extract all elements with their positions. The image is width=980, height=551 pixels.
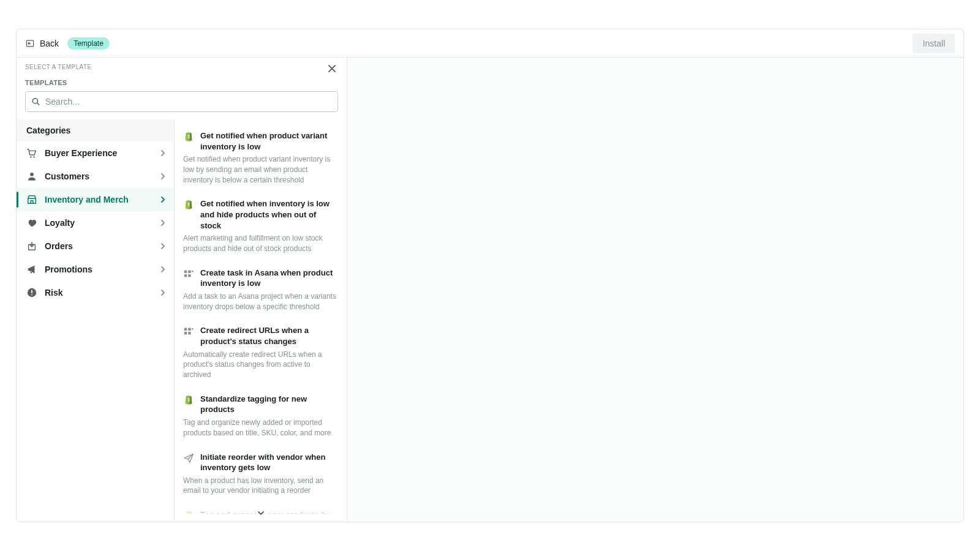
template-head: Get notified when product variant invent… — [183, 130, 338, 152]
svg-point-2 — [30, 156, 31, 157]
template-desc: Automatically create redirect URLs when … — [183, 350, 338, 380]
template-head: Create task in Asana when product invent… — [183, 268, 338, 289]
body: SELECT A TEMPLATE TEMPLATES — [17, 58, 963, 522]
template-head: Create redirect URLs when a product's st… — [183, 325, 338, 347]
install-button[interactable]: Install — [913, 34, 955, 53]
svg-rect-9 — [184, 270, 187, 273]
preview-area — [347, 58, 963, 522]
chevron-right-icon — [159, 242, 167, 250]
template-title: Create redirect URLs when a product's st… — [200, 325, 338, 347]
panel-header: SELECT A TEMPLATE TEMPLATES — [17, 58, 347, 112]
chevron-right-icon — [159, 289, 167, 296]
template-item[interactable]: Get notified when inventory is low and h… — [183, 193, 338, 262]
chevron-right-icon — [159, 219, 167, 227]
category-label: Buyer Experience — [45, 148, 159, 158]
svg-rect-10 — [188, 270, 191, 273]
category-item[interactable]: Loyalty — [17, 211, 174, 234]
template-title: Get notified when product variant invent… — [200, 130, 338, 152]
megaphone-icon — [26, 264, 37, 275]
template-head: Standardize tagging for new products — [183, 394, 338, 415]
shopify-icon — [183, 394, 194, 405]
svg-rect-12 — [188, 274, 191, 277]
panel-eyebrow: SELECT A TEMPLATE — [25, 64, 338, 70]
category-label: Orders — [45, 241, 159, 251]
search-wrap — [25, 91, 338, 112]
categories-column: Categories Buyer ExperienceCustomersInve… — [17, 119, 175, 522]
chevron-right-icon — [159, 173, 167, 180]
category-item[interactable]: Buyer Experience — [17, 141, 174, 165]
category-label: Risk — [45, 288, 159, 298]
chevron-right-icon — [159, 149, 167, 157]
send-icon — [183, 452, 194, 463]
category-label: Loyalty — [45, 218, 159, 228]
grid-icon — [183, 326, 194, 337]
template-head: Get notified when inventory is low and h… — [183, 198, 338, 231]
back-icon — [25, 39, 35, 48]
template-item[interactable]: Standardize tagging for new productsTag … — [183, 389, 338, 447]
close-icon — [328, 64, 336, 73]
template-desc: Get notified when product variant invent… — [183, 154, 338, 185]
chevron-down-icon — [257, 509, 265, 517]
shopify-icon — [183, 131, 194, 142]
category-label: Promotions — [45, 264, 159, 274]
svg-rect-14 — [188, 328, 191, 331]
cart-icon — [26, 148, 37, 159]
svg-rect-13 — [184, 328, 187, 331]
templates-column: Get notified when product variant invent… — [175, 119, 347, 522]
search-input[interactable] — [25, 91, 338, 112]
person-icon — [26, 171, 37, 182]
template-desc: When a product has low inventory, send a… — [183, 476, 338, 497]
category-label: Customers — [45, 171, 159, 181]
category-label: Inventory and Merch — [45, 195, 159, 204]
categories-list: Buyer ExperienceCustomersInventory and M… — [17, 141, 174, 304]
categories-header: Categories — [17, 119, 174, 141]
back-button[interactable]: Back — [25, 39, 59, 48]
template-item[interactable]: Initiate reorder with vendor when invent… — [183, 447, 338, 505]
app-frame: Back Template Install SELECT A TEMPLATE — [16, 29, 964, 522]
heart-icon — [26, 217, 37, 228]
template-panel: SELECT A TEMPLATE TEMPLATES — [17, 58, 347, 522]
risk-icon — [26, 287, 37, 298]
template-desc: Alert marketing and fulfillment on low s… — [183, 233, 338, 254]
template-title: Standardize tagging for new products — [200, 394, 338, 415]
chevron-right-icon — [159, 266, 167, 273]
templates-heading: TEMPLATES — [25, 79, 338, 86]
grid-icon — [183, 268, 194, 279]
svg-point-3 — [33, 156, 34, 157]
category-item[interactable]: Risk — [17, 281, 174, 304]
template-title: Get notified when inventory is low and h… — [200, 198, 338, 231]
scroll-more-button[interactable] — [175, 504, 347, 522]
template-item[interactable]: Create task in Asana when product invent… — [183, 263, 338, 321]
category-item[interactable]: Orders — [17, 234, 174, 258]
orders-icon — [26, 241, 37, 252]
svg-point-4 — [30, 173, 34, 176]
template-title: Initiate reorder with vendor when invent… — [200, 452, 338, 473]
svg-rect-16 — [188, 332, 191, 335]
shopify-icon — [183, 199, 194, 210]
category-item[interactable]: Promotions — [17, 258, 174, 281]
template-desc: Tag and organize newly added or imported… — [183, 418, 338, 438]
back-label: Back — [40, 39, 59, 48]
svg-rect-11 — [184, 274, 187, 277]
store-icon — [26, 194, 37, 205]
svg-rect-15 — [184, 332, 187, 335]
svg-rect-7 — [31, 290, 32, 293]
svg-rect-8 — [31, 294, 32, 296]
close-button[interactable] — [325, 61, 339, 76]
search-icon — [31, 97, 40, 107]
panel-columns: Categories Buyer ExperienceCustomersInve… — [17, 119, 347, 522]
template-item[interactable]: Get notified when product variant invent… — [183, 126, 338, 193]
template-title: Create task in Asana when product invent… — [200, 268, 338, 289]
template-desc: Add a task to an Asana project when a va… — [183, 291, 338, 312]
chevron-right-icon — [159, 196, 167, 203]
templates-list: Get notified when product variant invent… — [175, 119, 347, 522]
category-item[interactable]: Inventory and Merch — [17, 188, 174, 211]
category-item[interactable]: Customers — [17, 165, 174, 188]
template-head: Initiate reorder with vendor when invent… — [183, 452, 338, 473]
topbar: Back Template Install — [17, 29, 963, 58]
template-item[interactable]: Create redirect URLs when a product's st… — [183, 320, 338, 388]
template-badge: Template — [67, 37, 110, 50]
